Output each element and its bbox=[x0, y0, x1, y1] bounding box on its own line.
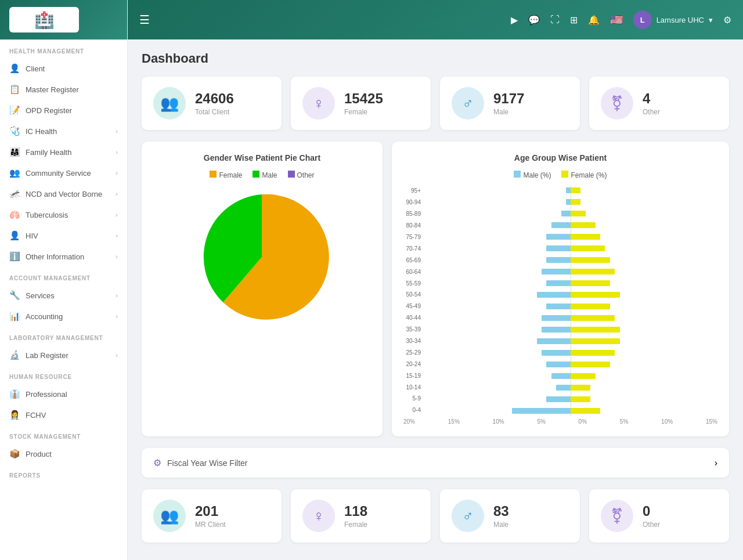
sidebar-item-professional[interactable]: 👔 Professional bbox=[0, 384, 127, 404]
sidebar-item-family-health[interactable]: 👨‍👩‍👧 Family Health › bbox=[0, 142, 127, 162]
logo-box: 🏥 bbox=[9, 7, 79, 32]
age-bar-row bbox=[424, 394, 717, 404]
bottom-stat-label: MR Client bbox=[195, 521, 226, 529]
filter-label: Fiscal Year Wise Filter bbox=[167, 458, 247, 468]
sidebar-item-lab-register[interactable]: 🔬 Lab Register › bbox=[0, 345, 127, 366]
pie-legend: Female Male Other bbox=[153, 171, 371, 179]
age-bar-row bbox=[424, 359, 717, 370]
stat-icon: ♂ bbox=[452, 87, 484, 120]
pie-legend-male: Male bbox=[253, 171, 277, 179]
stat-value: 15425 bbox=[344, 91, 383, 107]
sidebar-item-client[interactable]: 👤 Client bbox=[0, 58, 127, 79]
settings-icon[interactable]: ⚙ bbox=[723, 15, 731, 26]
female-bar bbox=[571, 408, 600, 414]
age-label: 45-49 bbox=[403, 301, 421, 312]
sidebar-item-ic-health[interactable]: 🩺 IC Health › bbox=[0, 121, 127, 142]
chevron-icon: › bbox=[116, 232, 118, 239]
sidebar-item-label: IC Health bbox=[26, 127, 57, 136]
filter-chevron: › bbox=[715, 458, 717, 468]
filter-bar[interactable]: ⚙ Fiscal Year Wise Filter › bbox=[142, 448, 729, 478]
sidebar-item-product[interactable]: 📦 Product bbox=[0, 443, 127, 464]
age-bar-row bbox=[424, 243, 717, 254]
female-dot bbox=[210, 171, 217, 178]
sidebar-section-title: HUMAN RESOURCE bbox=[0, 366, 127, 384]
flag-icon[interactable]: 🇺🇸 bbox=[610, 13, 623, 26]
bell-icon[interactable]: 🔔 bbox=[588, 15, 600, 26]
other-dot bbox=[288, 171, 295, 178]
page-title: Dashboard bbox=[142, 51, 729, 66]
male-bar bbox=[542, 315, 571, 321]
sidebar-item-tuberculosis[interactable]: 🫁 Tuberculosis › bbox=[0, 204, 127, 225]
user-avatar: L bbox=[633, 10, 652, 29]
stat-value: 9177 bbox=[493, 91, 524, 107]
topbar: ☰ ▶ 💬 ⛶ ⊞ 🔔 🇺🇸 L Lamsure UHC ▾ ⚙ bbox=[128, 0, 743, 39]
age-label: 20-24 bbox=[403, 359, 421, 369]
male-bar bbox=[546, 396, 571, 402]
sidebar-icon: 🩺 bbox=[9, 126, 20, 136]
sidebar-item-fchv[interactable]: 👩‍⚕️ FCHV bbox=[0, 404, 127, 425]
filter-bar-left: ⚙ Fiscal Year Wise Filter bbox=[153, 457, 247, 468]
bottom-stat-label: Other bbox=[643, 521, 660, 529]
male-bar bbox=[542, 269, 571, 274]
stat-label: Male bbox=[493, 108, 524, 116]
chevron-icon: › bbox=[116, 149, 118, 156]
sidebar-item-label: Accounting bbox=[26, 312, 63, 321]
fullscreen-icon[interactable]: ⛶ bbox=[550, 15, 560, 25]
female-bar bbox=[571, 222, 595, 228]
bottom-stat-icon: 👥 bbox=[153, 500, 186, 532]
sidebar-icon: 👩‍⚕️ bbox=[9, 410, 20, 420]
sidebar-item-accounting[interactable]: 📊 Accounting › bbox=[0, 306, 127, 327]
bottom-stat-value: 201 bbox=[195, 503, 226, 519]
chevron-icon: › bbox=[116, 313, 118, 320]
age-chart-title: Age Group Wise Patient bbox=[403, 153, 717, 162]
age-label: 60-64 bbox=[403, 266, 421, 277]
sidebar-item-hiv[interactable]: 👤 HIV › bbox=[0, 225, 127, 246]
sidebar-icon: 🔧 bbox=[9, 290, 20, 301]
sidebar-item-label: Professional bbox=[26, 390, 67, 399]
chat-icon[interactable]: 💬 bbox=[528, 15, 540, 26]
sidebar-icon: 👨‍👩‍👧 bbox=[9, 147, 20, 157]
stat-card-1: ♀ 15425 Female bbox=[291, 77, 431, 130]
bottom-stat-info: 201 MR Client bbox=[195, 503, 226, 529]
male-bar bbox=[512, 408, 571, 414]
sidebar-item-other-information[interactable]: ℹ️ Other Information › bbox=[0, 246, 127, 267]
age-label: 30-34 bbox=[403, 336, 421, 346]
video-icon[interactable]: ▶ bbox=[511, 15, 518, 26]
sidebar-icon: 📋 bbox=[9, 84, 20, 95]
pie-legend-other: Other bbox=[288, 171, 315, 179]
female-bar bbox=[571, 304, 609, 309]
male-bar bbox=[542, 327, 571, 333]
age-bar-row bbox=[424, 324, 717, 335]
sidebar-icon: 👥 bbox=[9, 168, 20, 178]
stat-card-3: ⚧ 4 Other bbox=[589, 77, 729, 130]
sidebar-item-label: HIV bbox=[26, 232, 38, 240]
age-bar-row bbox=[424, 301, 717, 312]
female-bar bbox=[571, 257, 609, 263]
main-wrapper: ☰ ▶ 💬 ⛶ ⊞ 🔔 🇺🇸 L Lamsure UHC ▾ ⚙ Dashboa… bbox=[128, 0, 743, 560]
hamburger-menu[interactable]: ☰ bbox=[139, 13, 150, 27]
female-bar bbox=[571, 211, 585, 216]
sidebar-item-master-register[interactable]: 📋 Master Register bbox=[0, 79, 127, 100]
chevron-icon: › bbox=[116, 169, 118, 176]
sidebar-item-label: Client bbox=[26, 64, 45, 73]
sidebar-icon: 🔬 bbox=[9, 350, 20, 360]
chevron-icon: › bbox=[116, 211, 118, 218]
age-label: 50-54 bbox=[403, 290, 421, 300]
female-bar bbox=[571, 280, 609, 286]
male-bar bbox=[542, 350, 571, 356]
female-bar bbox=[571, 373, 595, 379]
female-bar bbox=[571, 199, 580, 205]
female-bar bbox=[571, 327, 619, 333]
age-bar-row bbox=[424, 232, 717, 242]
sidebar-item-services[interactable]: 🔧 Services › bbox=[0, 285, 127, 306]
male-dot bbox=[253, 171, 259, 178]
sidebar-icon: 📊 bbox=[9, 311, 20, 321]
sidebar-item-opd-register[interactable]: 📝 OPD Register bbox=[0, 100, 127, 121]
grid-icon[interactable]: ⊞ bbox=[570, 15, 578, 26]
stat-card-2: ♂ 9177 Male bbox=[440, 77, 580, 130]
age-xaxis: 20% 15% 10% 5% 0% 5% 10% 15% bbox=[403, 418, 717, 425]
sidebar-item-ncd-and-vector-borne[interactable]: 🦟 NCD and Vector Borne › bbox=[0, 183, 127, 204]
sidebar-item-community-service[interactable]: 👥 Community Service › bbox=[0, 162, 127, 183]
topbar-user[interactable]: L Lamsure UHC ▾ bbox=[633, 10, 713, 29]
stat-info: 24606 Total Client bbox=[195, 91, 234, 116]
